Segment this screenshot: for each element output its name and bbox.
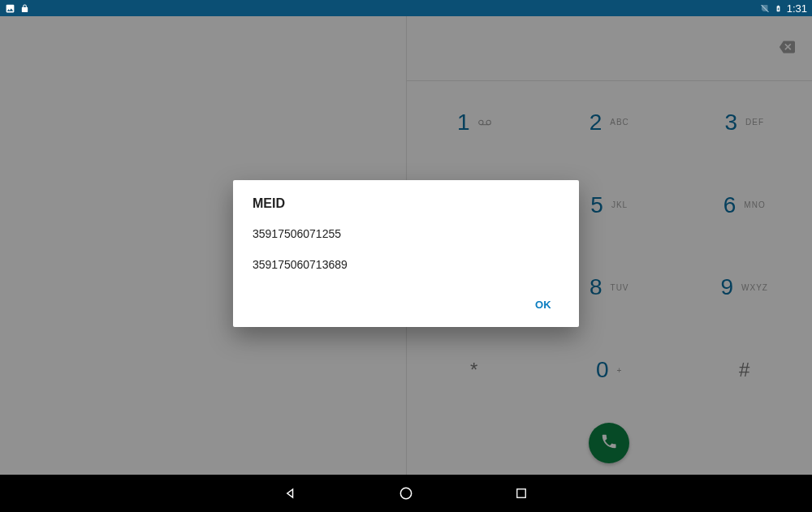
status-bar: 1:31 [0,0,812,16]
no-sim-icon [760,3,770,14]
meid-dialog: MEID 35917506071255 359175060713689 OK [233,180,579,327]
svg-point-2 [400,488,411,498]
back-button[interactable] [282,484,300,502]
home-button[interactable] [397,484,415,502]
svg-rect-3 [517,489,526,498]
status-time: 1:31 [787,2,807,15]
battery-charging-icon [775,3,782,14]
meid-value-2: 359175060713689 [253,258,559,271]
lock-icon [20,3,29,14]
dialog-title: MEID [253,196,559,211]
recents-button[interactable] [512,484,530,502]
ok-button[interactable]: OK [527,292,559,317]
navigation-bar [0,475,812,512]
image-icon [5,3,15,14]
dialog-actions: OK [253,289,559,321]
meid-value-1: 35917506071255 [253,227,559,240]
